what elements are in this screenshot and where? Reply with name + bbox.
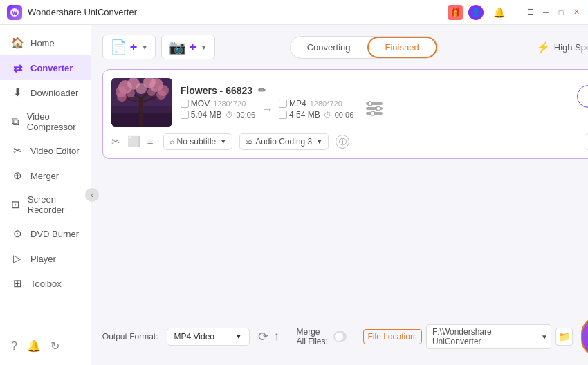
conversion-tabs: Converting Finished xyxy=(290,36,438,59)
subtitle-select[interactable]: ⌕ No subtitle ▼ xyxy=(163,133,233,150)
sidebar-item-video-compressor[interactable]: ⧉ Video Compressor xyxy=(0,105,91,138)
svg-point-24 xyxy=(368,102,372,106)
menu-icon[interactable]: ☰ xyxy=(526,8,535,17)
sidebar-item-converter[interactable]: ⇄ Converter xyxy=(0,55,91,80)
sidebar-bottom: ? 🔔 ↻ xyxy=(0,333,91,359)
recorder-icon: ⊡ xyxy=(11,198,21,211)
svg-point-18 xyxy=(136,83,147,94)
compressor-icon: ⧉ xyxy=(11,115,20,128)
output-format-select[interactable]: MP4 Video ▼ xyxy=(167,328,250,346)
effects-icon[interactable]: ≡ xyxy=(147,135,154,148)
source-duration-icon: ⏱ xyxy=(226,111,233,119)
output-format-value: MP4 Video xyxy=(174,332,214,341)
window-controls: 🎁 👤 🔔 ☰ ─ □ ✕ xyxy=(448,3,581,22)
format-settings-icon-area xyxy=(365,99,384,120)
format-select-chevron: ▼ xyxy=(236,333,242,340)
sidebar-item-video-editor[interactable]: ✂ Video Editor xyxy=(0,138,91,163)
gift-icon[interactable]: 🎁 xyxy=(448,5,463,20)
target-format-box: MP4 1280*720 4.54 MB ⏱ 00:06 xyxy=(279,99,353,120)
target-format-row: MP4 1280*720 xyxy=(279,99,353,109)
audio-wave-icon: ≋ xyxy=(246,137,252,147)
player-icon: ▷ xyxy=(11,252,24,265)
sidebar-label-downloader: Downloader xyxy=(30,88,78,98)
source-format-row: MOV 1280*720 xyxy=(181,99,255,109)
merge-files: Merge All Files: xyxy=(297,327,347,346)
convert-button-area: Convert Success xyxy=(577,85,588,120)
sidebar-label-recorder: Screen Recorder xyxy=(28,194,80,215)
start-all-button[interactable]: Start All xyxy=(581,317,588,357)
audio-select[interactable]: ≋ Audio Coding 3 ▼ xyxy=(239,133,329,150)
dvd-icon: ⊙ xyxy=(11,227,24,240)
source-size-tag: 5.94 MB xyxy=(181,110,222,120)
sidebar-item-downloader[interactable]: ⬇ Downloader xyxy=(0,80,91,105)
crop-icon[interactable]: ⬜ xyxy=(127,135,140,148)
output-format-label: Output Format: xyxy=(102,332,158,341)
notification-icon[interactable]: 🔔 xyxy=(27,339,41,353)
sidebar-collapse-button[interactable]: ‹ xyxy=(85,188,99,202)
speed-conversion: ⚡ High Speed Conversion xyxy=(536,41,588,54)
sidebar-item-player[interactable]: ▷ Player xyxy=(0,246,91,271)
sidebar-label-home: Home xyxy=(30,38,55,48)
tab-finished[interactable]: Finished xyxy=(367,37,437,58)
maximize-icon[interactable]: □ xyxy=(556,8,566,17)
edit-filename-icon[interactable]: ✏ xyxy=(258,85,266,95)
share-icon[interactable]: ↑ xyxy=(274,329,280,344)
target-size-tag: 4.54 MB xyxy=(279,110,320,120)
svg-point-20 xyxy=(147,88,156,96)
divider xyxy=(517,7,517,18)
card-bottom: ✂ ⬜ ≡ ⌕ No subtitle ▼ ≋ Audio Coding 3 ▼… xyxy=(111,133,588,150)
target-resolution: 1280*720 xyxy=(310,100,342,108)
format-info: MOV 1280*720 5.94 MB ⏱ 00:06 xyxy=(181,99,569,120)
lightning-icon: ⚡ xyxy=(536,41,550,54)
sidebar: 🏠 Home ⇄ Converter ⬇ Downloader ⧉ Video … xyxy=(0,25,91,365)
speed-conversion-label: High Speed Conversion xyxy=(554,42,588,53)
target-size: 4.54 MB xyxy=(289,110,320,120)
convert-arrow-icon: → xyxy=(261,102,273,117)
svg-point-19 xyxy=(127,89,135,97)
format-settings-icon[interactable] xyxy=(365,99,384,118)
sidebar-item-merger[interactable]: ⊕ Merger xyxy=(0,163,91,188)
help-icon[interactable]: ? xyxy=(11,340,17,353)
user-icon[interactable]: 👤 xyxy=(468,5,484,20)
file-info: Flowers - 66823 ✏ MOV 1280*720 xyxy=(181,85,569,120)
minimize-icon[interactable]: ─ xyxy=(541,8,551,17)
sidebar-item-screen-recorder[interactable]: ⊡ Screen Recorder xyxy=(0,188,91,221)
folder-browse-button[interactable]: 📁 xyxy=(555,328,573,346)
subtitle-value: No subtitle xyxy=(177,137,217,147)
target-size-check xyxy=(279,111,287,119)
close-icon[interactable]: ✕ xyxy=(571,8,581,17)
sidebar-item-home[interactable]: 🏠 Home xyxy=(0,30,91,55)
svg-point-17 xyxy=(156,90,166,100)
source-check xyxy=(181,100,189,108)
source-format-box: MOV 1280*720 5.94 MB ⏱ 00:06 xyxy=(181,99,255,120)
sidebar-label-dvd: DVD Burner xyxy=(30,229,79,239)
merge-toggle[interactable] xyxy=(333,331,347,342)
sidebar-item-toolbox[interactable]: ⊞ Toolbox xyxy=(0,271,91,296)
source-format-tag: MOV xyxy=(181,99,210,109)
file-thumbnail xyxy=(111,78,172,127)
convert-button[interactable]: Convert xyxy=(577,85,588,108)
card-action-icons: ✂ ⬜ ≡ xyxy=(111,135,154,148)
sidebar-label-toolbox: Toolbox xyxy=(30,279,62,289)
target-format: MP4 xyxy=(289,99,306,109)
svg-point-26 xyxy=(371,111,375,115)
refresh-icon[interactable]: ↻ xyxy=(50,339,59,353)
refresh-settings-icon[interactable]: ⟳ xyxy=(258,329,268,344)
add-from-button[interactable]: 📷 + ▼ xyxy=(161,35,214,59)
file-location-row: File Location: F:\Wondershare UniConvert… xyxy=(363,324,573,349)
tab-converting[interactable]: Converting xyxy=(291,37,367,58)
sidebar-item-dvd-burner[interactable]: ⊙ DVD Burner xyxy=(0,221,91,246)
file-location-label: File Location: xyxy=(363,329,422,344)
source-size: 5.94 MB xyxy=(191,110,222,120)
bottom-bar: Output Format: MP4 Video ▼ ⟳ ↑ Merge All… xyxy=(102,310,588,365)
svg-text:W: W xyxy=(12,10,18,16)
merger-icon: ⊕ xyxy=(11,169,24,182)
bell-icon[interactable]: 🔔 xyxy=(489,3,508,22)
scissors-icon[interactable]: ✂ xyxy=(111,135,120,148)
info-button[interactable]: ⓘ xyxy=(336,135,349,149)
settings-button[interactable]: ⚙ Settings xyxy=(585,133,588,150)
editor-icon: ✂ xyxy=(11,144,24,157)
file-card: Flowers - 66823 ✏ MOV 1280*720 xyxy=(102,69,588,159)
sidebar-label-compressor: Video Compressor xyxy=(27,111,80,132)
add-files-button[interactable]: 📄 + ▼ xyxy=(102,35,156,59)
